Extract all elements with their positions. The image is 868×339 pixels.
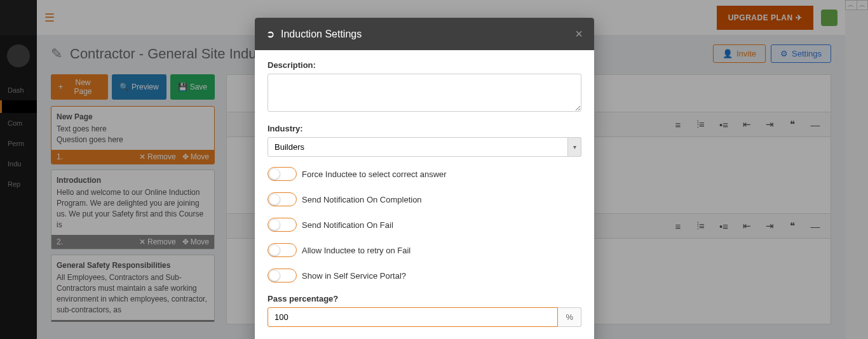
description-textarea[interactable] bbox=[268, 74, 581, 112]
portal-toggle[interactable] bbox=[268, 269, 297, 282]
pass-percentage-input[interactable] bbox=[268, 307, 558, 327]
close-icon[interactable]: × bbox=[575, 27, 583, 41]
modal-title: Induction Settings bbox=[281, 29, 362, 40]
settings-modal: ➲ Induction Settings × Description: Indu… bbox=[255, 18, 594, 339]
modal-header: ➲ Induction Settings × bbox=[255, 18, 594, 50]
notify-complete-label: Send Notification On Completion bbox=[302, 195, 422, 204]
login-icon: ➲ bbox=[266, 28, 275, 40]
notify-fail-label: Send Notification On Fail bbox=[302, 220, 393, 230]
force-correct-label: Force Inductee to select correct answer bbox=[302, 170, 447, 179]
notify-fail-toggle[interactable] bbox=[268, 218, 297, 232]
portal-label: Show in Self Service Portal? bbox=[302, 271, 406, 281]
industry-group: Industry: Builders ▾ bbox=[268, 124, 581, 157]
notify-complete-toggle-row: Send Notification On Completion bbox=[268, 192, 581, 206]
force-correct-toggle[interactable] bbox=[268, 167, 297, 181]
pass-percentage-group: Pass percentage? % bbox=[268, 294, 581, 327]
notify-complete-toggle[interactable] bbox=[268, 192, 297, 206]
retry-label: Allow Inductee to retry on Fail bbox=[302, 246, 410, 255]
industry-label: Industry: bbox=[268, 124, 581, 133]
description-label: Description: bbox=[268, 60, 581, 70]
pass-percentage-label: Pass percentage? bbox=[268, 294, 581, 303]
notify-fail-toggle-row: Send Notification On Fail bbox=[268, 218, 581, 232]
description-group: Description: bbox=[268, 60, 581, 114]
retry-toggle-row: Allow Inductee to retry on Fail bbox=[268, 243, 581, 257]
portal-toggle-row: Show in Self Service Portal? bbox=[268, 269, 581, 282]
percent-addon: % bbox=[558, 307, 581, 327]
force-correct-toggle-row: Force Inductee to select correct answer bbox=[268, 167, 581, 181]
retry-toggle[interactable] bbox=[268, 243, 297, 257]
industry-select[interactable]: Builders bbox=[268, 137, 581, 157]
modal-body: Description: Industry: Builders ▾ Force … bbox=[255, 50, 594, 339]
